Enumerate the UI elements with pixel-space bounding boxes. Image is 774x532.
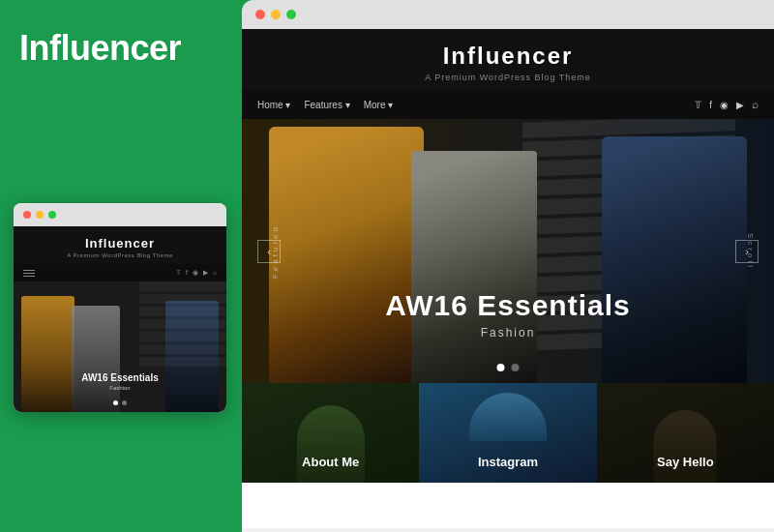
site-sub: A Premium WordPress Blog Theme — [242, 73, 774, 82]
hero-prev-button[interactable]: ‹ — [257, 240, 281, 263]
site-social-facebook[interactable]: f — [709, 100, 712, 110]
hero-next-button[interactable]: › — [735, 240, 759, 263]
thumb-hero-sub: Fashion — [81, 385, 158, 391]
thumb-browser-chrome — [14, 203, 226, 226]
thumb-social-facebook: f — [186, 269, 188, 277]
thumb-site-sub: A Premium WordPress Blog Theme — [23, 252, 217, 258]
site-social-youtube[interactable]: ▶ — [736, 100, 744, 110]
thumb-site-header: Influencer A Premium WordPress Blog Them… — [14, 226, 226, 264]
right-panel: Influencer A Premium WordPress Blog Them… — [242, 0, 774, 532]
thumbnail-preview: Influencer A Premium WordPress Blog Them… — [14, 203, 226, 412]
thumb-site-title: Influencer — [23, 236, 217, 251]
left-panel: Influencer Theme By WebsiteSmash Influen… — [0, 0, 240, 532]
thumb-social-youtube: ▶ — [203, 269, 208, 277]
site-header: Influencer A Premium WordPress Blog Them… — [242, 29, 774, 90]
thumb-dot-green — [48, 211, 56, 219]
browser-dot-red — [255, 10, 265, 19]
thumb-hero-dots — [113, 400, 127, 405]
site-nav-features[interactable]: Features ▾ — [304, 100, 349, 110]
website-preview: Influencer A Premium WordPress Blog Them… — [242, 29, 774, 528]
thumb-social-twitter: 𝕋 — [176, 269, 181, 277]
site-hero-title: AW16 Essentials — [385, 289, 630, 322]
site-card-about-label: About Me — [242, 455, 419, 469]
thumb-hamburger-icon — [23, 270, 35, 277]
site-hero-text: AW16 Essentials Fashion — [385, 289, 630, 340]
thumb-dot-yellow — [36, 211, 44, 219]
site-hero: Featured Scroll ‹ › AW16 Essentials Fash… — [242, 119, 774, 383]
site-hero-dots — [497, 364, 520, 371]
site-nav-home[interactable]: Home ▾ — [257, 100, 290, 110]
thumb-site-nav: 𝕋 f ◉ ▶ ⌕ — [14, 264, 226, 281]
site-card-about[interactable]: About Me — [242, 383, 419, 483]
site-card-instagram-label: Instagram — [419, 455, 596, 469]
thumb-hero: AW16 Essentials Fashion — [14, 281, 226, 412]
thumb-search-icon: ⌕ — [213, 269, 217, 277]
site-search-icon[interactable]: ⌕ — [752, 98, 759, 111]
browser-dot-green — [286, 10, 296, 19]
site-social-twitter[interactable]: 𝕋 — [695, 100, 701, 110]
site-title: Influencer — [242, 43, 774, 70]
thumb-hero-title: AW16 Essentials — [81, 372, 158, 383]
site-nav: Home ▾ Features ▾ More ▾ 𝕋 f ◉ ▶ ⌕ — [242, 90, 774, 119]
site-cards-row: Links About Me Instagram Say Hello — [242, 383, 774, 483]
thumb-social-instagram: ◉ — [193, 269, 198, 277]
hero-dot-2[interactable] — [512, 364, 520, 371]
site-social-instagram[interactable]: ◉ — [720, 100, 729, 110]
site-card-contact[interactable]: Say Hello — [597, 383, 774, 483]
site-hero-sub: Fashion — [385, 326, 630, 340]
browser-dot-yellow — [271, 10, 281, 19]
hero-dot-1[interactable] — [497, 364, 505, 371]
thumb-dot-red — [23, 211, 31, 219]
site-card-instagram[interactable]: Instagram — [419, 383, 596, 483]
site-nav-more[interactable]: More ▾ — [364, 100, 394, 110]
browser-chrome — [242, 0, 774, 29]
site-card-contact-label: Say Hello — [597, 455, 774, 469]
thumb-hero-text: AW16 Essentials Fashion — [81, 372, 158, 391]
